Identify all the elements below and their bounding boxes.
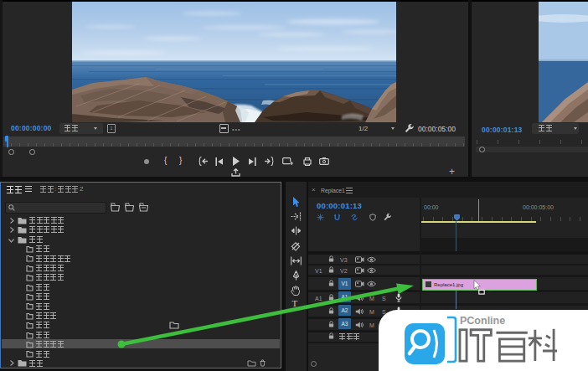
svg-text:PConline: PConline — [460, 315, 505, 327]
